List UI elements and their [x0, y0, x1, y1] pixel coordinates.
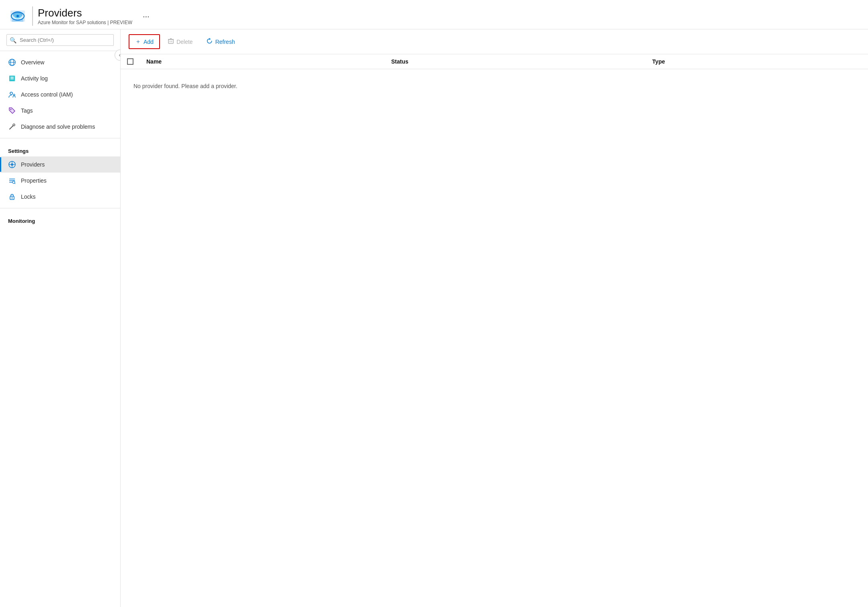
table-header-checkbox	[121, 54, 140, 69]
search-input[interactable]	[6, 34, 114, 46]
search-icon: 🔍	[10, 37, 16, 43]
sidebar-item-providers[interactable]: Providers	[0, 156, 120, 173]
header: Providers Azure Monitor for SAP solution…	[0, 0, 868, 29]
table-header-name: Name	[140, 54, 385, 69]
sidebar-item-activity-log[interactable]: Activity log	[0, 70, 120, 86]
sidebar-section-monitoring: Monitoring	[0, 212, 120, 226]
sidebar-item-providers-label: Providers	[21, 161, 45, 168]
svg-rect-5	[12, 19, 23, 22]
header-title-block: Providers Azure Monitor for SAP solution…	[38, 7, 132, 25]
sidebar-item-tags-label: Tags	[21, 107, 33, 114]
providers-icon	[8, 160, 16, 169]
refresh-button[interactable]: Refresh	[200, 35, 241, 49]
svg-rect-11	[10, 78, 14, 79]
sidebar-item-diagnose-label: Diagnose and solve problems	[21, 123, 95, 130]
sidebar-item-tags[interactable]: Tags	[0, 103, 120, 119]
delete-button[interactable]: Delete	[162, 35, 199, 49]
select-all-checkbox[interactable]	[127, 58, 133, 65]
sidebar-item-properties-label: Properties	[21, 177, 47, 184]
svg-rect-10	[10, 77, 14, 78]
app-logo	[8, 6, 27, 26]
sidebar-item-access-control-label: Access control (IAM)	[21, 91, 73, 98]
refresh-button-label: Refresh	[215, 39, 235, 45]
table-header-status: Status	[385, 54, 646, 69]
more-options-button[interactable]: ···	[140, 11, 152, 22]
sidebar-section-settings: Settings	[0, 142, 120, 156]
sidebar-search-container: 🔍	[0, 29, 120, 51]
svg-point-4	[16, 15, 19, 17]
sidebar-item-locks-label: Locks	[21, 193, 36, 200]
empty-state-message: No provider found. Please add a provider…	[127, 73, 862, 99]
sidebar-divider-2	[0, 208, 120, 208]
svg-line-24	[14, 183, 15, 184]
sidebar-divider-1	[0, 138, 120, 138]
add-button[interactable]: ＋ Add	[129, 34, 160, 49]
sidebar-item-diagnose[interactable]: Diagnose and solve problems	[0, 119, 120, 135]
header-divider	[32, 6, 33, 26]
content-area: ＋ Add Delete	[121, 29, 868, 607]
main-layout: 🔍 Overview	[0, 29, 868, 607]
toolbar: ＋ Add Delete	[121, 29, 868, 54]
diagnose-icon	[8, 123, 16, 131]
properties-icon	[8, 177, 16, 185]
sidebar-item-access-control[interactable]: Access control (IAM)	[0, 86, 120, 103]
svg-rect-27	[168, 39, 173, 43]
page-subtitle: Azure Monitor for SAP solutions | PREVIE…	[38, 20, 132, 25]
delete-icon	[168, 38, 174, 45]
svg-point-26	[12, 198, 13, 199]
delete-button-label: Delete	[176, 39, 193, 45]
table-header-type: Type	[646, 54, 868, 69]
sidebar-nav: Overview Activity log	[0, 51, 120, 607]
access-control-icon	[8, 91, 16, 99]
providers-table: Name Status Type No provider found. Plea…	[121, 54, 868, 103]
sidebar-item-activity-log-label: Activity log	[21, 75, 48, 82]
add-button-label: Add	[144, 39, 154, 45]
sidebar: 🔍 Overview	[0, 29, 121, 607]
sidebar-item-overview-label: Overview	[21, 59, 44, 66]
sidebar-item-locks[interactable]: Locks	[0, 189, 120, 205]
sidebar-item-properties[interactable]: Properties	[0, 173, 120, 189]
add-icon: ＋	[135, 38, 141, 45]
sidebar-item-overview[interactable]: Overview	[0, 54, 120, 70]
svg-point-12	[10, 92, 12, 95]
activity-log-icon	[8, 74, 16, 82]
overview-icon	[8, 58, 16, 66]
page-title: Providers	[38, 7, 132, 19]
svg-point-14	[10, 109, 12, 110]
refresh-icon	[206, 38, 213, 45]
locks-icon	[8, 193, 16, 201]
tags-icon	[8, 107, 16, 115]
providers-table-container: Name Status Type No provider found. Plea…	[121, 54, 868, 607]
